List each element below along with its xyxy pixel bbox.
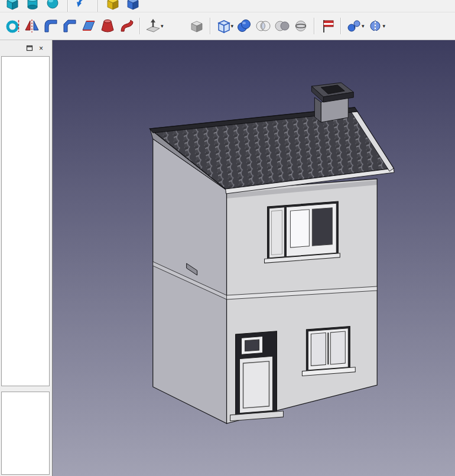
toolbar-separator	[139, 18, 140, 34]
primitive-cylinder-button[interactable]	[22, 0, 43, 12]
house-model[interactable]	[150, 83, 394, 423]
part-revolve-button[interactable]	[4, 17, 22, 35]
toolbar-top-row	[0, 0, 455, 12]
primitive-sphere-button[interactable]	[43, 0, 63, 12]
lower-window[interactable]	[302, 326, 355, 376]
part-ruled-surface-button[interactable]	[79, 17, 98, 35]
part-join-connect-button[interactable]	[344, 17, 363, 35]
part-loft-button[interactable]	[98, 17, 117, 35]
part-fillet-button[interactable]	[41, 17, 60, 35]
panel-titlebar: ×	[1, 40, 50, 56]
part-chamfer-button[interactable]	[60, 17, 79, 35]
rotate-view-button[interactable]	[73, 0, 93, 12]
toolbar-part-row: ▾ ▾	[0, 12, 455, 40]
part-boolean-union-icon	[236, 18, 252, 34]
compound-dropdown-caret[interactable]: ▾	[231, 23, 234, 29]
part-loft-icon	[100, 18, 115, 34]
window-pane-left	[290, 210, 309, 247]
window-pane-right	[312, 208, 332, 246]
upper-window[interactable]	[264, 201, 340, 263]
connect-dropdown-caret[interactable]: ▾	[362, 23, 365, 29]
panel-close-button[interactable]: ×	[36, 44, 46, 53]
part-defeaturing-flag-icon	[320, 18, 335, 34]
rotate-view-arrow-icon	[75, 0, 90, 11]
toolbar-separator	[340, 18, 341, 34]
3d-viewport[interactable]	[52, 40, 455, 476]
part-extrude-icon	[145, 18, 161, 34]
toolbar-separator	[98, 0, 98, 12]
part-boolean-split-button[interactable]	[366, 17, 385, 35]
house-model-canvas[interactable]	[53, 40, 455, 476]
part-compound-icon	[216, 18, 231, 34]
part-mirror-button[interactable]	[22, 17, 41, 35]
part-boolean-cut-button[interactable]	[272, 17, 291, 35]
primitive-box-icon	[5, 0, 20, 11]
part-ruled-surface-icon	[81, 18, 96, 34]
part-chamfer-icon	[62, 18, 77, 34]
main-area: ×	[0, 40, 455, 476]
part-thickness-icon	[189, 18, 204, 34]
part-boolean-split-icon	[368, 18, 383, 34]
part-defeaturing-button[interactable]	[318, 17, 337, 35]
part-cross-section-icon	[293, 18, 308, 34]
blue-solid-button[interactable]	[123, 0, 143, 12]
window-pane-left	[311, 333, 326, 366]
window-pane-right	[330, 331, 345, 364]
primitive-box-button[interactable]	[2, 0, 22, 12]
combo-view-panel: ×	[0, 40, 52, 476]
primitive-cylinder-icon	[25, 0, 40, 11]
part-revolve-icon	[5, 18, 21, 34]
panel-splitter[interactable]	[1, 386, 50, 392]
front-door[interactable]	[230, 331, 284, 421]
panel-float-icon	[26, 45, 33, 51]
extrude-dropdown-caret[interactable]: ▾	[161, 23, 164, 29]
part-join-connect-icon	[346, 18, 362, 34]
freecad-window: ▾ ▾	[0, 0, 455, 476]
property-editor[interactable]	[1, 392, 50, 475]
part-fillet-icon	[43, 18, 58, 34]
door-leaf	[240, 356, 273, 413]
primitive-sphere-icon	[45, 0, 60, 11]
part-boolean-cut-icon	[274, 18, 290, 34]
part-mirror-icon	[24, 18, 40, 34]
panel-float-button[interactable]	[24, 44, 34, 53]
part-boolean-union-button[interactable]	[235, 17, 254, 35]
part-sweep-button[interactable]	[117, 17, 136, 35]
chimney[interactable]	[311, 83, 353, 122]
toolbar-separator	[210, 18, 210, 34]
part-boolean-common-button[interactable]	[254, 17, 272, 35]
tree-view[interactable]	[1, 56, 50, 386]
split-dropdown-caret[interactable]: ▾	[383, 23, 386, 29]
toolbar-separator	[314, 18, 314, 34]
part-extrude-button[interactable]	[144, 17, 162, 35]
toolbar-separator	[67, 0, 68, 12]
yellow-solid-icon	[105, 0, 121, 11]
blue-solid-icon	[125, 0, 141, 11]
yellow-solid-button[interactable]	[103, 0, 123, 12]
part-cross-section-button[interactable]	[291, 17, 310, 35]
part-compound-button[interactable]	[214, 17, 233, 35]
part-thickness-button[interactable]	[187, 17, 206, 35]
part-boolean-common-icon	[255, 18, 271, 34]
part-sweep-icon	[119, 18, 134, 34]
